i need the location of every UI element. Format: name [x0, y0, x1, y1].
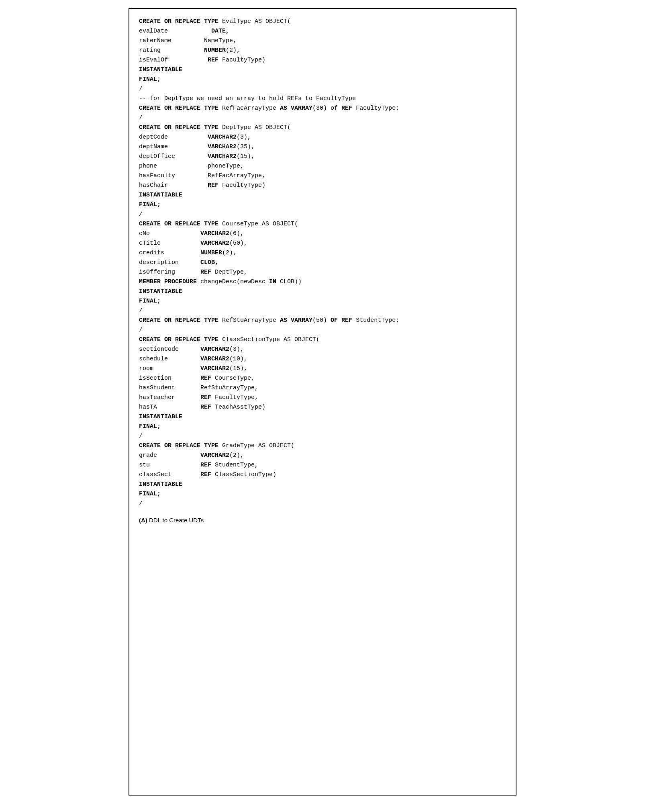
code-segment: AS OBJECT(	[284, 336, 320, 343]
code-segment: EvalType	[222, 18, 255, 25]
code-segment	[179, 259, 200, 266]
code-segment	[164, 250, 200, 256]
code-segment: (10),	[229, 356, 247, 362]
code-segment: description	[139, 259, 179, 266]
code-segment: VARCHAR2	[200, 230, 229, 237]
code-segment: (3),	[237, 134, 251, 141]
code-segment	[161, 240, 200, 247]
code-segment	[168, 182, 208, 189]
code-segment: deptCode	[139, 134, 168, 141]
caption-text: DDL to Create UDTs	[147, 517, 204, 524]
code-segment: DeptType,	[211, 269, 247, 276]
main-container: CREATE OR REPLACE TYPE EvalType AS OBJEC…	[129, 8, 516, 796]
code-segment: NUMBER	[200, 250, 222, 256]
code-segment: NameType,	[171, 37, 237, 44]
code-segment: VARCHAR2	[200, 356, 229, 362]
code-segment: FacultyType)	[218, 182, 265, 189]
code-segment: changeDesc(newDesc	[197, 278, 269, 285]
code-segment: CREATE OR REPLACE TYPE	[139, 105, 222, 112]
code-line: cTitle VARCHAR2(50),	[139, 239, 506, 248]
code-segment	[168, 57, 208, 63]
code-line: FINAL;	[139, 422, 506, 432]
code-segment: ClassSectionType	[222, 336, 284, 343]
code-segment: /	[139, 500, 143, 507]
code-segment: VARCHAR2	[200, 240, 229, 247]
code-line: /	[139, 210, 506, 219]
code-line: FINAL;	[139, 489, 506, 499]
code-segment: /	[139, 211, 143, 218]
code-segment: CourseType	[222, 221, 262, 227]
code-segment: phone	[139, 163, 157, 170]
code-segment: CREATE OR REPLACE TYPE	[139, 18, 222, 25]
code-segment: FINAL;	[139, 298, 161, 305]
code-segment: VARCHAR2	[208, 153, 237, 160]
code-segment: hasTA	[139, 404, 157, 411]
code-line: hasStudent RefStuArrayType,	[139, 383, 506, 393]
code-line: /	[139, 432, 506, 441]
code-segment: (2),	[229, 452, 244, 459]
code-line: CREATE OR REPLACE TYPE CourseType AS OBJ…	[139, 219, 506, 229]
code-line: CREATE OR REPLACE TYPE EvalType AS OBJEC…	[139, 17, 506, 27]
code-line: schedule VARCHAR2(10),	[139, 354, 506, 364]
code-segment: (50)	[312, 317, 331, 324]
code-segment: REF	[341, 105, 352, 112]
code-segment	[168, 143, 208, 150]
code-line: room VARCHAR2(15),	[139, 364, 506, 374]
code-line: CREATE OR REPLACE TYPE DeptType AS OBJEC…	[139, 123, 506, 133]
code-segment	[153, 365, 200, 372]
code-line: /	[139, 499, 506, 509]
code-segment: FacultyType,	[211, 394, 258, 401]
code-line: grade VARCHAR2(2),	[139, 451, 506, 460]
code-segment: rating	[139, 47, 161, 54]
code-segment: (3),	[229, 346, 244, 353]
code-line: evalDate DATE,	[139, 27, 506, 36]
code-line: deptCode VARCHAR2(3),	[139, 133, 506, 142]
code-segment: cTitle	[139, 240, 161, 247]
code-segment: (2),	[222, 250, 237, 256]
code-segment: RefStuArrayType	[222, 317, 280, 324]
code-segment: /	[139, 433, 143, 440]
code-segment: /	[139, 307, 143, 314]
code-segment: INSTANTIABLE	[139, 481, 182, 488]
code-segment	[175, 394, 200, 401]
code-segment: RefStuArrayType,	[175, 385, 258, 391]
code-segment: hasStudent	[139, 385, 175, 391]
code-segment: AS OBJECT(	[255, 124, 291, 131]
code-line: CREATE OR REPLACE TYPE RefFacArrayType A…	[139, 104, 506, 113]
code-segment: /	[139, 86, 143, 92]
code-segment: deptName	[139, 143, 168, 150]
code-segment: AS OBJECT(	[255, 18, 291, 25]
code-line: /	[139, 113, 506, 123]
code-line: deptOffice VARCHAR2(15),	[139, 152, 506, 162]
code-line: INSTANTIABLE	[139, 65, 506, 75]
code-segment: (6),	[229, 230, 244, 237]
code-segment: REF	[200, 269, 211, 276]
code-line: /	[139, 325, 506, 335]
code-segment: AS VARRAY	[280, 317, 312, 324]
code-segment: OF REF	[331, 317, 352, 324]
code-segment: sectionCode	[139, 346, 179, 353]
code-line: stu REF StudentType,	[139, 460, 506, 470]
code-line: /	[139, 84, 506, 94]
code-segment	[168, 134, 208, 141]
code-segment	[168, 28, 211, 35]
code-line: phone phoneType,	[139, 162, 506, 171]
code-segment: ClassSectionType)	[211, 471, 276, 478]
code-segment: REF	[208, 182, 218, 189]
code-segment: RefFacArrayType,	[175, 172, 265, 179]
code-segment: CREATE OR REPLACE TYPE	[139, 317, 222, 324]
code-segment: hasChair	[139, 182, 168, 189]
caption-label: (A)	[139, 517, 147, 524]
code-segment: (30) of	[312, 105, 341, 112]
code-segment: (2),	[226, 47, 240, 54]
code-line: INSTANTIABLE	[139, 190, 506, 200]
code-segment: VARCHAR2	[208, 143, 237, 150]
code-segment: GradeType	[222, 442, 258, 449]
code-segment: phoneType,	[157, 163, 244, 170]
code-line: hasTA REF TeachAsstType)	[139, 403, 506, 412]
code-segment	[175, 153, 208, 160]
code-segment: isOffering	[139, 269, 175, 276]
code-line: description CLOB,	[139, 258, 506, 268]
code-line: raterName NameType,	[139, 36, 506, 46]
code-segment: REF	[200, 471, 211, 478]
